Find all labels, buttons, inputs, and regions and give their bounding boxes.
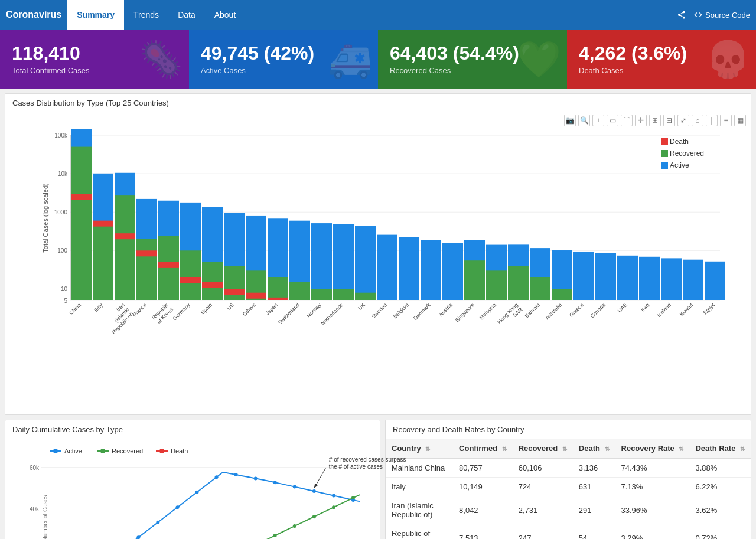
svg-rect-49 bbox=[311, 289, 332, 300]
svg-rect-31 bbox=[180, 250, 201, 300]
table-panel: Recovery and Death Rates by Country Coun… bbox=[385, 420, 751, 539]
toolbar-toggle-icon[interactable]: ▦ bbox=[734, 115, 746, 126]
svg-text:Malaysia: Malaysia bbox=[478, 302, 497, 321]
ambulance-icon: 🚑 bbox=[328, 38, 372, 80]
svg-text:Active: Active bbox=[64, 447, 82, 455]
line-chart-panel: Daily Cumulative Cases by Type Cumulativ… bbox=[5, 420, 380, 539]
svg-text:China: China bbox=[68, 302, 82, 316]
svg-text:Death: Death bbox=[670, 138, 689, 146]
svg-point-182 bbox=[234, 473, 238, 476]
svg-rect-73 bbox=[486, 270, 507, 300]
table-row: Mainland China 80,757 60,106 3,136 74.43… bbox=[386, 458, 751, 478]
col-death[interactable]: Death ⇅ bbox=[573, 439, 615, 458]
toolbar-lasso-icon[interactable]: ⌒ bbox=[621, 115, 633, 126]
svg-rect-37 bbox=[224, 266, 245, 300]
svg-text:60k: 60k bbox=[30, 465, 40, 471]
source-code-link[interactable]: Source Code bbox=[693, 10, 750, 19]
svg-point-201 bbox=[273, 534, 277, 537]
stat-cards: 118,410 Total Confirmed Cases 🦠 49,745 (… bbox=[0, 30, 756, 89]
toolbar-spike-icon[interactable]: | bbox=[706, 115, 718, 126]
tab-trends[interactable]: Trends bbox=[124, 0, 168, 30]
col-death-rate[interactable]: Death Rate ⇅ bbox=[689, 439, 751, 458]
tab-summary[interactable]: Summary bbox=[67, 0, 124, 30]
svg-text:Iceland: Iceland bbox=[656, 302, 672, 318]
toolbar-pan-icon[interactable]: ✛ bbox=[635, 115, 647, 126]
cell-confirmed: 7,513 bbox=[453, 524, 513, 540]
cell-death: 54 bbox=[573, 524, 615, 540]
toolbar-select-icon[interactable]: ▭ bbox=[607, 115, 618, 126]
svg-point-185 bbox=[293, 485, 296, 489]
svg-rect-87 bbox=[595, 253, 616, 300]
svg-text:Kuwait: Kuwait bbox=[679, 302, 695, 318]
svg-text:Total Cases (log scaled): Total Cases (log scaled) bbox=[42, 183, 49, 252]
col-recovery-rate[interactable]: Recovery Rate ⇅ bbox=[615, 439, 690, 458]
cell-recovery-rate: 74.43% bbox=[615, 458, 690, 478]
svg-text:5: 5 bbox=[64, 298, 67, 304]
svg-text:10k: 10k bbox=[58, 171, 68, 177]
svg-text:Iraq: Iraq bbox=[640, 302, 650, 312]
svg-rect-38 bbox=[224, 289, 245, 295]
table-row: Iran (Islamic Republic of) 8,042 2,731 2… bbox=[386, 496, 751, 524]
svg-point-180 bbox=[195, 491, 198, 494]
table-scroll-area[interactable]: Country ⇅ Confirmed ⇅ Recovered ⇅ Death … bbox=[386, 439, 751, 539]
svg-text:US: US bbox=[226, 302, 235, 311]
svg-line-232 bbox=[314, 468, 326, 488]
cell-country: Republic of Korea bbox=[386, 524, 453, 540]
svg-rect-54 bbox=[355, 226, 376, 300]
svg-text:Bahrain: Bahrain bbox=[524, 302, 541, 319]
svg-text:Norway: Norway bbox=[305, 302, 322, 319]
svg-rect-57 bbox=[377, 235, 397, 300]
svg-rect-139 bbox=[661, 138, 668, 145]
svg-text:Sweden: Sweden bbox=[370, 302, 388, 319]
col-country[interactable]: Country ⇅ bbox=[386, 439, 453, 458]
svg-rect-79 bbox=[530, 277, 550, 300]
svg-rect-60 bbox=[399, 237, 419, 300]
svg-rect-102 bbox=[705, 262, 725, 300]
svg-rect-19 bbox=[93, 224, 113, 300]
toolbar-zoom-icon[interactable]: 🔍 bbox=[578, 115, 590, 126]
svg-rect-55 bbox=[355, 293, 376, 300]
cell-recovery-rate: 7.13% bbox=[615, 478, 690, 496]
cell-death-rate: 3.62% bbox=[689, 496, 751, 524]
col-confirmed[interactable]: Confirmed ⇅ bbox=[453, 439, 513, 458]
cell-recovery-rate: 33.96% bbox=[615, 496, 690, 524]
brand-name: Coronavirus bbox=[6, 9, 61, 20]
svg-text:Italy: Italy bbox=[93, 302, 104, 313]
skull-icon: 💀 bbox=[706, 38, 750, 80]
chart-toolbar: 📷 🔍 + ▭ ⌒ ✛ ⊞ ⊟ ⤢ ⌂ | ≡ ▦ bbox=[5, 112, 751, 129]
svg-text:UAE: UAE bbox=[617, 302, 628, 313]
cell-confirmed: 10,149 bbox=[453, 478, 513, 496]
cell-confirmed: 80,757 bbox=[453, 458, 513, 478]
svg-text:Japan: Japan bbox=[264, 302, 278, 316]
cell-recovered: 60,106 bbox=[513, 458, 573, 478]
tab-about[interactable]: About bbox=[205, 0, 246, 30]
svg-text:UK: UK bbox=[357, 302, 366, 311]
cell-death: 631 bbox=[573, 478, 615, 496]
svg-rect-82 bbox=[552, 289, 572, 300]
toolbar-reset-icon[interactable]: ⌂ bbox=[692, 115, 703, 126]
toolbar-plus-icon[interactable]: + bbox=[592, 115, 604, 126]
bar-chart-svg: Total Cases (log scaled) 510100100010k10… bbox=[41, 135, 720, 354]
svg-rect-32 bbox=[180, 277, 201, 283]
toolbar-camera-icon[interactable]: 📷 bbox=[564, 115, 576, 126]
toolbar-autoscale-icon[interactable]: ⤢ bbox=[677, 115, 689, 126]
svg-point-184 bbox=[273, 481, 277, 484]
col-recovered[interactable]: Recovered ⇅ bbox=[513, 439, 573, 458]
svg-rect-25 bbox=[136, 239, 157, 300]
share-icon[interactable] bbox=[677, 10, 686, 19]
svg-text:Recovered: Recovered bbox=[112, 447, 143, 455]
toolbar-zoom-out-icon[interactable]: ⊟ bbox=[663, 115, 675, 126]
cell-recovery-rate: 3.29% bbox=[615, 524, 690, 540]
recovered-cases-card: 64,403 (54.4%) Recovered Cases 💚 bbox=[378, 30, 567, 89]
line-chart-svg: 020k40k60kJan 192020Jan 26Feb 2Feb 9Feb … bbox=[38, 445, 366, 539]
svg-point-187 bbox=[332, 494, 335, 497]
tab-data[interactable]: Data bbox=[168, 0, 205, 30]
svg-point-183 bbox=[254, 476, 258, 480]
cell-recovered: 247 bbox=[513, 524, 573, 540]
svg-point-203 bbox=[312, 515, 316, 518]
svg-rect-16 bbox=[71, 147, 92, 300]
cell-death-rate: 0.72% bbox=[689, 524, 751, 540]
table-body: Mainland China 80,757 60,106 3,136 74.43… bbox=[386, 458, 751, 539]
toolbar-zoom-in-icon[interactable]: ⊞ bbox=[649, 115, 661, 126]
toolbar-compare-icon[interactable]: ≡ bbox=[720, 115, 732, 126]
